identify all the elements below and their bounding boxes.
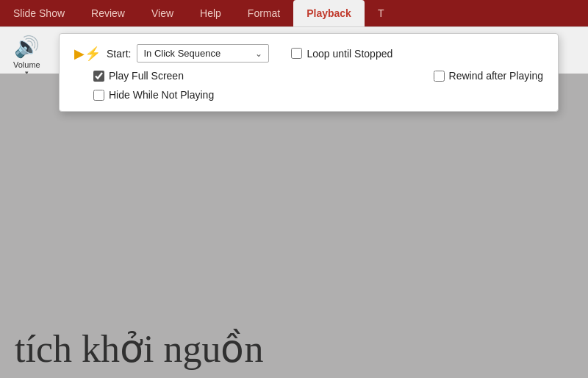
volume-section: 🔊 Volume ▾ <box>7 32 46 79</box>
tab-t-label: T <box>378 7 384 19</box>
play-full-screen-input[interactable] <box>93 71 104 82</box>
tab-help-label: Help <box>200 7 221 19</box>
panel-row-hide: Hide While Not Playing <box>74 89 543 101</box>
start-label: Start: <box>107 48 131 60</box>
play-full-screen-label: Play Full Screen <box>109 70 184 82</box>
hide-while-checkbox[interactable]: Hide While Not Playing <box>93 89 214 101</box>
volume-label: Volume <box>13 60 40 69</box>
tab-playback[interactable]: Playback <box>293 0 365 26</box>
hide-while-input[interactable] <box>93 90 104 101</box>
tab-review-label: Review <box>91 7 125 19</box>
slide-text: tích khởi nguồn <box>15 327 263 371</box>
start-value: In Click Sequence <box>143 48 220 59</box>
tab-slide-show-label: Slide Show <box>13 7 65 19</box>
start-dropdown[interactable]: In Click Sequence ⌄ <box>137 44 269 63</box>
tab-t[interactable]: T <box>365 0 398 26</box>
tab-format[interactable]: Format <box>234 0 293 26</box>
rewind-checkbox[interactable]: Rewind after Playing <box>434 70 543 82</box>
loop-until-stopped-checkbox[interactable]: Loop until Stopped <box>291 48 392 60</box>
rewind-input[interactable] <box>434 71 445 82</box>
loop-checkbox-input[interactable] <box>291 48 302 59</box>
volume-icon[interactable]: 🔊 <box>14 35 40 59</box>
slide-area: tích khởi nguồn <box>0 74 588 378</box>
tab-review[interactable]: Review <box>78 0 138 26</box>
panel-row-play: Play Full Screen Rewind after Playing <box>74 70 543 82</box>
ribbon-tabs: Slide Show Review View Help Format Playb… <box>0 0 588 26</box>
tab-view-label: View <box>151 7 173 19</box>
loop-label: Loop until Stopped <box>306 48 392 60</box>
tab-view[interactable]: View <box>138 0 187 26</box>
play-full-screen-checkbox[interactable]: Play Full Screen <box>93 70 184 82</box>
tab-playback-label: Playback <box>306 7 351 19</box>
tab-help[interactable]: Help <box>187 0 234 26</box>
dropdown-chevron-icon: ⌄ <box>255 49 262 59</box>
tab-format-label: Format <box>248 7 280 19</box>
start-icon: ▶⚡ <box>74 46 101 62</box>
ribbon-content: 🔊 Volume ▾ ▶⚡ Start: In Click Sequence ⌄… <box>0 26 588 84</box>
tab-slide-show[interactable]: Slide Show <box>0 0 78 26</box>
hide-while-label: Hide While Not Playing <box>109 89 214 101</box>
panel-row-start: ▶⚡ Start: In Click Sequence ⌄ Loop until… <box>74 44 543 63</box>
video-options-panel: ▶⚡ Start: In Click Sequence ⌄ Loop until… <box>59 33 559 112</box>
ribbon: Slide Show Review View Help Format Playb… <box>0 0 588 74</box>
rewind-label: Rewind after Playing <box>449 70 543 82</box>
